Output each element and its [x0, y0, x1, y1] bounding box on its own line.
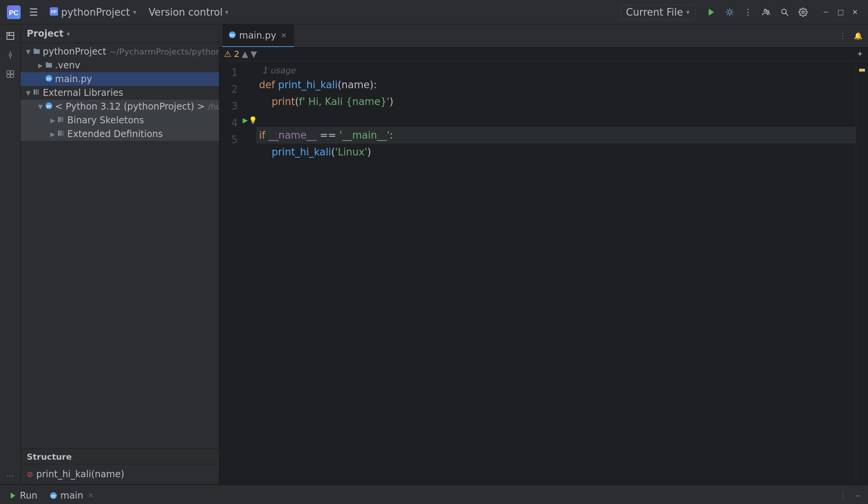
vcs-button[interactable]: Version control ▾: [145, 5, 232, 19]
op-3: ): [389, 96, 393, 107]
svg-point-7: [767, 10, 769, 12]
warning-chevron-up-icon[interactable]: ▲: [242, 49, 248, 59]
fn-call: print_hi_kali: [272, 146, 331, 158]
svg-text:py: py: [47, 104, 51, 108]
svg-rect-16: [7, 74, 10, 78]
settings-button[interactable]: [795, 4, 811, 21]
hamburger-menu-button[interactable]: ☰: [26, 5, 41, 20]
hamburger-icon: ☰: [29, 6, 38, 18]
svg-rect-22: [37, 89, 39, 95]
run-panel-actions: ⋮ ─: [836, 489, 865, 503]
structure-panel-header: Structure: [21, 449, 219, 464]
run-tab-close-button[interactable]: ✕: [86, 491, 95, 500]
lightbulb-icon[interactable]: 💡: [249, 116, 257, 124]
warning-chevron-down-icon[interactable]: ▼: [251, 49, 257, 59]
folder-icon: [33, 47, 40, 57]
tree-label-binskeletons: Binary Skeletons: [67, 115, 219, 126]
project-name-label: pythonProject: [61, 6, 130, 18]
scroll-indicator[interactable]: ▬: [857, 64, 868, 75]
project-header-label: Project: [27, 28, 63, 39]
builtin-print: print: [272, 96, 295, 107]
titlebar: PC ☰ PP pythonProject ▾ Version control …: [0, 0, 868, 24]
debug-button[interactable]: [721, 4, 738, 21]
svg-point-6: [764, 9, 766, 11]
more-dots-icon: ⋯: [6, 471, 14, 480]
tree-arrow-extdefs: ▶: [48, 131, 57, 138]
window-controls: ─ □ ✕: [819, 5, 862, 19]
tree-arrow-binskeletons: ▶: [48, 117, 57, 124]
close-button[interactable]: ✕: [848, 5, 862, 19]
svg-rect-25: [58, 117, 60, 122]
sidebar-icon-more[interactable]: ⋯: [2, 467, 19, 484]
tree-item-extlibs[interactable]: ▼ External Libraries: [21, 86, 219, 100]
tree-arrow-extlibs: ▼: [24, 89, 33, 97]
structure-item-fn[interactable]: ⊘ print_hi_kali(name): [21, 467, 219, 481]
tree-path-root: ~/PycharmProjects/pythonProject: [109, 47, 219, 57]
tab-icon-mainpy: py: [228, 30, 236, 41]
code-editor[interactable]: 1 usage def print_hi_kali(name): print(f…: [256, 61, 856, 484]
warning-count-label: ⚠ 2: [224, 49, 240, 59]
minimize-button[interactable]: ─: [819, 5, 833, 19]
svg-marker-4: [709, 9, 714, 16]
tree-label-mainpy: main.py: [55, 74, 219, 84]
tab-run-label[interactable]: Run: [3, 485, 44, 504]
run-config-selector[interactable]: Current File ▾: [620, 5, 695, 20]
line-num-2: 2: [219, 81, 238, 98]
ai-assistant-icon[interactable]: ✦: [857, 49, 863, 59]
structure-label: Structure: [27, 452, 72, 462]
gutter-line-5: [244, 128, 256, 145]
sidebar-icon-plugins[interactable]: [2, 66, 19, 82]
svg-text:PP: PP: [51, 10, 57, 14]
project-selector[interactable]: PP pythonProject ▾: [46, 5, 140, 19]
op-5: :: [390, 129, 393, 141]
op-2: (: [295, 96, 299, 107]
op-7: ): [367, 146, 371, 158]
indent-2: [259, 96, 272, 107]
maximize-button[interactable]: □: [834, 5, 847, 19]
tab-main-run[interactable]: py main ✕: [44, 485, 101, 504]
param-name: name: [342, 79, 370, 90]
svg-rect-27: [62, 117, 63, 122]
python-file-icon: py: [45, 74, 53, 84]
tab-mainpy[interactable]: py main.py ✕: [222, 24, 294, 47]
run-panel-more-button[interactable]: ⋮: [836, 489, 850, 503]
tree-item-mainpy[interactable]: ▶ py main.py: [21, 72, 219, 86]
run-panel-minimize-button[interactable]: ─: [851, 489, 865, 503]
code-line-1: def print_hi_kali(name):: [256, 76, 856, 93]
sidebar-icon-project[interactable]: [2, 27, 19, 44]
tree-item-extdefs[interactable]: ▶ Extended Definitions: [21, 127, 219, 141]
tree-item-python312[interactable]: ▼ py < Python 3.12 (pythonProject) > /ho…: [21, 100, 219, 113]
python-icon: py: [45, 102, 53, 111]
tree-label-root: pythonProject: [43, 46, 106, 57]
tree-item-binskeletons[interactable]: ▶ Binary Skeletons: [21, 113, 219, 127]
tree-arrow-root: ▼: [24, 48, 33, 55]
editor-tab-bar: py main.py ✕ ⋮ 🔔: [219, 24, 868, 47]
app-logo: PC: [6, 5, 21, 20]
dot-folder-icon: [45, 61, 53, 70]
gutter-line-4[interactable]: ▶ 💡: [244, 111, 256, 128]
run-tab-main-label: main: [60, 490, 83, 501]
project-panel-chevron-icon: ▾: [66, 30, 70, 38]
run-line-icon[interactable]: ▶: [243, 116, 248, 124]
notifications-button[interactable]: 🔔: [851, 29, 865, 43]
more-actions-button[interactable]: ⋮: [740, 4, 756, 21]
run-button[interactable]: [703, 4, 720, 21]
code-line-3: [256, 110, 856, 127]
svg-rect-21: [36, 89, 37, 95]
line-num-1: 1: [219, 64, 238, 81]
collab-button[interactable]: [758, 4, 775, 21]
warning-bar: ⚠ 2 ▲ ▼ ✦: [219, 47, 868, 61]
project-chevron-icon: ▾: [133, 8, 136, 16]
editor-extra-buttons: ⋮ 🔔: [836, 29, 865, 43]
search-everywhere-button[interactable]: [776, 4, 793, 21]
project-panel-header: Project ▾: [21, 24, 219, 43]
tree-item-root[interactable]: ▼ pythonProject ~/PycharmProjects/python…: [21, 45, 219, 58]
tree-item-venv[interactable]: ▶ .venv: [21, 58, 219, 72]
line-num-3: 3: [219, 98, 238, 115]
vcs-label: Version control: [149, 6, 223, 18]
sidebar-icon-commit[interactable]: [2, 47, 19, 63]
recent-files-button[interactable]: ⋮: [836, 29, 850, 43]
tab-close-mainpy[interactable]: ✕: [279, 31, 288, 40]
op-4: ==: [316, 129, 339, 141]
library-icon-2: [57, 116, 65, 125]
